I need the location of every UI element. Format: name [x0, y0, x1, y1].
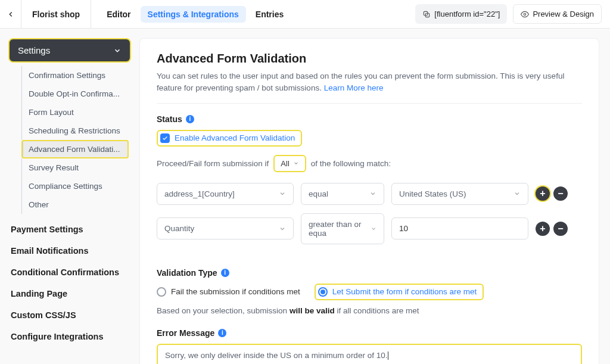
error-message-label: Error Message [157, 328, 214, 338]
validation-type-fail-radio[interactable]: Fail the submission if conditions met [157, 287, 300, 297]
remove-condition-button[interactable]: − [553, 222, 568, 236]
chevron-down-icon [293, 160, 299, 166]
validation-type-pass-radio[interactable]: Let Submit the form if conditions are me… [315, 284, 484, 300]
eye-icon [521, 10, 529, 18]
validation-explanation: Based on your selection, submission will… [157, 306, 582, 315]
sidebar-item-form-layout[interactable]: Form Layout [21, 103, 129, 122]
sidebar-item-scheduling-restrictions[interactable]: Scheduling & Restrictions [21, 122, 129, 140]
copy-icon [422, 10, 431, 18]
condition-row: Quantity greater than or equa 10 + − [157, 213, 582, 244]
condition-row: address_1[Country] equal United States (… [157, 183, 582, 205]
sidebar-item-configure-integrations[interactable]: Configure Integrations [8, 326, 131, 347]
condition-field-select[interactable]: address_1[Country] [157, 183, 294, 205]
shop-name: Florist shop [21, 0, 91, 29]
sidebar-item-payment-settings[interactable]: Payment Settings [8, 219, 131, 240]
info-icon[interactable]: i [186, 115, 194, 123]
sidebar-item-email-notifications[interactable]: Email Notifications [8, 240, 131, 262]
condition-field-select[interactable]: Quantity [157, 217, 294, 239]
error-message-textarea[interactable]: Sorry, we only deliver inside the US on … [157, 344, 582, 365]
chevron-left-icon [7, 10, 15, 18]
learn-more-link[interactable]: Learn More here [324, 83, 384, 92]
chevron-down-icon [113, 46, 122, 55]
sidebar-item-compliance-settings[interactable]: Compliance Settings [21, 177, 129, 195]
remove-condition-button[interactable]: − [553, 186, 568, 201]
sidebar-settings-label: Settings [18, 45, 50, 55]
preview-design-label: Preview & Design [533, 10, 594, 18]
add-condition-button[interactable]: + [536, 222, 550, 236]
info-icon[interactable]: i [221, 269, 229, 277]
chevron-down-icon [279, 225, 286, 232]
info-icon[interactable]: i [218, 329, 226, 337]
proceed-text-pre: Proceed/Fail form submission if [157, 159, 269, 168]
tab-entries[interactable]: Entries [248, 6, 291, 23]
match-mode-select[interactable]: All [273, 155, 306, 172]
sidebar-item-confirmation-settings[interactable]: Confirmation Settings [21, 66, 129, 85]
sidebar-item-survey-result[interactable]: Survey Result [21, 158, 129, 177]
match-mode-value: All [281, 159, 289, 168]
condition-value-input[interactable]: 10 [391, 217, 528, 239]
back-button[interactable] [0, 0, 21, 29]
shortcode-button[interactable]: [fluentform id="22"] [415, 4, 507, 24]
chevron-down-icon [369, 190, 376, 197]
content-card: Advanced Form Validation You can set rul… [139, 38, 599, 364]
proceed-text-post: of the following match: [311, 159, 391, 168]
sidebar-item-landing-page[interactable]: Landing Page [8, 283, 131, 304]
radio-checked-icon [318, 287, 328, 297]
radio-unchecked-icon [157, 287, 166, 297]
chevron-down-icon [371, 225, 376, 232]
status-label: Status [157, 114, 182, 124]
enable-validation-label: Enable Advanced Form Validation [175, 133, 295, 142]
sidebar-item-advanced-form-validation[interactable]: Advanced Form Validati... [21, 140, 129, 158]
page-description: You can set rules to the user input and … [157, 70, 582, 104]
checkbox-checked-icon [160, 133, 170, 143]
chevron-down-icon [279, 190, 286, 197]
chevron-down-icon [513, 190, 521, 197]
sidebar-item-custom-css-js[interactable]: Custom CSS/JS [8, 304, 131, 326]
sidebar-item-double-optin[interactable]: Double Opt-in Confirma... [21, 85, 129, 103]
sidebar-toggle-settings[interactable]: Settings [8, 38, 131, 63]
sidebar-item-conditional-confirmations[interactable]: Conditional Confirmations [8, 262, 131, 283]
sidebar-item-other[interactable]: Other [21, 195, 129, 214]
svg-point-2 [524, 13, 527, 15]
sidebar: Settings Confirmation Settings Double Op… [0, 29, 137, 364]
preview-design-button[interactable]: Preview & Design [513, 4, 602, 24]
condition-operator-select[interactable]: equal [301, 183, 384, 205]
page-title: Advanced Form Validation [157, 52, 582, 66]
tab-settings-integrations[interactable]: Settings & Integrations [141, 6, 246, 23]
tab-editor[interactable]: Editor [99, 6, 138, 23]
validation-type-label: Validation Type [157, 268, 217, 278]
shortcode-label: [fluentform id="22"] [434, 10, 500, 18]
add-condition-button[interactable]: + [536, 186, 550, 201]
condition-operator-select[interactable]: greater than or equa [301, 213, 384, 244]
enable-validation-checkbox[interactable]: Enable Advanced Form Validation [157, 130, 302, 147]
condition-value-select[interactable]: United States (US) [391, 183, 528, 205]
